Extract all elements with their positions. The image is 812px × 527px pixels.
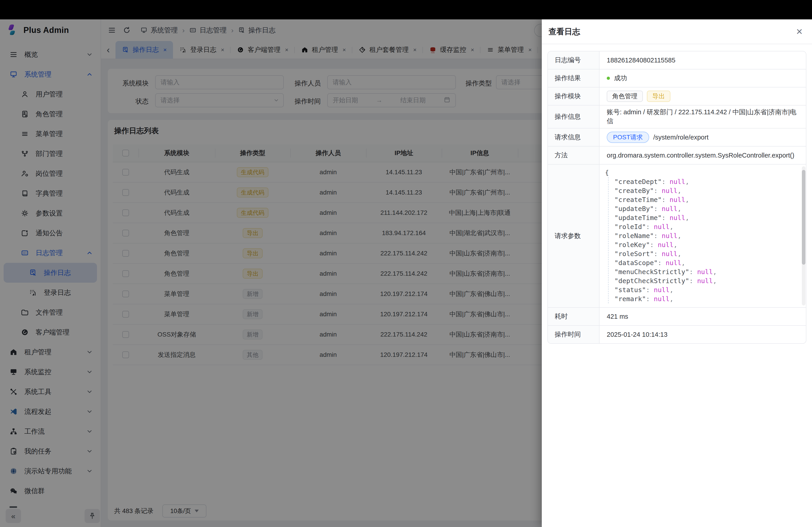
log-id-value: 1882612840802115585: [599, 51, 806, 69]
json-line: "updateTime": null,: [614, 213, 802, 222]
json-line: "createTime": null,: [614, 195, 802, 204]
screen: Plus Admin 概览 系统管理 用户管理: [0, 0, 812, 527]
view-log-drawer: 查看日志 × 日志编号 1882612840802115585 操作结果 成功 …: [542, 19, 812, 527]
json-line: "roleId": null,: [614, 222, 802, 231]
duration-value: 421 ms: [599, 308, 806, 325]
success-dot: [607, 77, 610, 80]
json-line: "updateBy": null,: [614, 204, 802, 213]
field-row-params: 请求参数 { "createDept": null, "createBy": n…: [548, 164, 806, 307]
json-line: "createBy": null,: [614, 186, 802, 195]
log-detail-table: 日志编号 1882612840802115585 操作结果 成功 操作模块 角色…: [548, 51, 806, 344]
field-row-result: 操作结果 成功: [548, 69, 806, 87]
json-code-block: { "createDept": null, "createBy": null, …: [605, 168, 802, 304]
post-method-badge: POST请求: [607, 132, 649, 143]
json-line: "menuCheckStrictly": null,: [614, 267, 802, 276]
close-icon[interactable]: ×: [796, 26, 802, 37]
field-row-time: 操作时间 2025-01-24 10:14:13: [548, 325, 806, 343]
json-line: "deptCheckStrictly": null,: [614, 276, 802, 285]
scrollbar-thumb[interactable]: [802, 170, 806, 265]
json-line: "roleName": null,: [614, 231, 802, 240]
operation-time-value: 2025-01-24 10:14:13: [599, 326, 806, 343]
field-row-duration: 耗时 421 ms: [548, 307, 806, 325]
method-value: org.dromara.system.controller.system.Sys…: [599, 147, 806, 164]
json-line: "status": null,: [614, 285, 802, 295]
json-open-brace: {: [605, 168, 802, 177]
json-line: "dataScope": null,: [614, 258, 802, 267]
result-value: 成功: [614, 74, 627, 83]
request-params-viewer[interactable]: { "createDept": null, "createBy": null, …: [599, 165, 806, 307]
operation-info-value: 账号: admin / 研发部门 / 222.175.114.242 / 中国|…: [599, 105, 806, 128]
operation-type-badge: 导出: [647, 91, 670, 102]
field-row-log-id: 日志编号 1882612840802115585: [548, 51, 806, 69]
module-badge: 角色管理: [607, 91, 643, 102]
field-row-request: 请求信息 POST请求 /system/role/export: [548, 128, 806, 146]
field-row-info: 操作信息 账号: admin / 研发部门 / 222.175.114.242 …: [548, 105, 806, 128]
field-row-method: 方法 org.dromara.system.controller.system.…: [548, 146, 806, 164]
json-lines: "createDept": null, "createBy": null, "c…: [608, 177, 802, 303]
drawer-title: 查看日志: [549, 26, 580, 37]
json-line: "roleKey": null,: [614, 240, 802, 249]
json-line: "remark": null,: [614, 295, 802, 303]
json-line: "createDept": null,: [614, 177, 802, 186]
json-line: "roleSort": null,: [614, 249, 802, 258]
request-url: /system/role/export: [653, 134, 709, 141]
field-row-module: 操作模块 角色管理 导出: [548, 87, 806, 105]
drawer-header: 查看日志 ×: [542, 19, 812, 44]
